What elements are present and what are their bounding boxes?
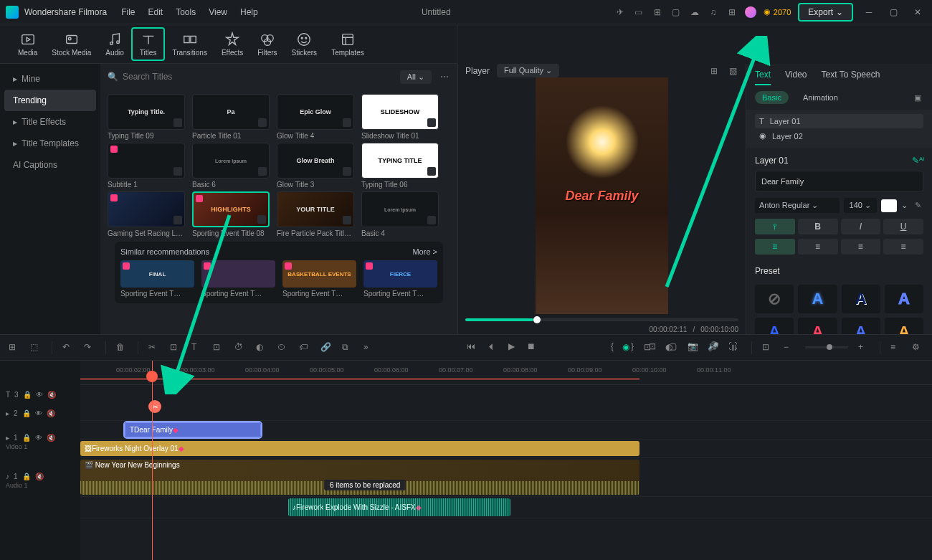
similar-item[interactable]: BASKETBALL EVENTSSporting Event T… — [282, 260, 356, 298]
quality-dropdown[interactable]: Full Quality ⌄ — [497, 64, 559, 77]
track-header[interactable]: ▸2🔒👁🔇 — [0, 404, 80, 422]
apps-icon[interactable]: ⊞ — [726, 6, 738, 18]
preset-item[interactable]: A — [885, 318, 923, 334]
grid-item[interactable]: HIGHLIGHTSSporting Event Title 08 — [192, 191, 270, 237]
track-header[interactable]: ♪1🔒🔇Audio 1 — [0, 461, 80, 500]
coin-balance[interactable]: ◉ 2070 — [764, 7, 791, 16]
audio-clip[interactable]: ♪ Firework Explode With Sizzle - AISFX ◆ — [288, 498, 510, 516]
grid-item[interactable]: TYPING TITLETyping Title 06 — [361, 143, 439, 189]
menu-help[interactable]: Help — [240, 7, 258, 17]
chevron-down-icon[interactable]: ⌄ — [901, 201, 908, 210]
sidebar-item-mine[interactable]: ▸ Mine — [4, 68, 96, 90]
prev-frame-icon[interactable]: ⏮ — [465, 341, 477, 352]
overlay-clip[interactable]: 🖼 Fireworks Night Overlay 01 ◆ — [80, 441, 639, 456]
tab-transitions[interactable]: Transitions — [165, 29, 214, 60]
tab-stickers[interactable]: Stickers — [285, 29, 325, 60]
similar-item[interactable]: Sporting Event T… — [201, 260, 275, 298]
group-icon[interactable]: ⧉ — [342, 342, 353, 353]
redo-icon[interactable]: ↷ — [84, 342, 95, 353]
mixer-icon[interactable]: ⫼ — [730, 342, 741, 353]
grid-item[interactable]: Lorem ipsumBasic 4 — [361, 191, 439, 237]
tab-templates[interactable]: Templates — [324, 29, 371, 60]
more-icon[interactable]: ⋯ — [439, 71, 450, 82]
link-icon[interactable]: 🔗 — [320, 342, 332, 353]
font-color-picker[interactable] — [881, 199, 897, 212]
eyedropper-icon[interactable]: ✎ — [912, 200, 923, 212]
grid-item[interactable]: Typing Title.Typing Title 09 — [108, 94, 185, 140]
export-button[interactable]: Export ⌄ — [798, 3, 853, 22]
ai-icon[interactable]: ◉ — [622, 342, 634, 353]
save-preset-icon[interactable]: ▣ — [912, 92, 923, 103]
italic-button[interactable]: I — [841, 219, 881, 234]
cursor-icon[interactable]: ⬚ — [30, 342, 42, 353]
undo-icon[interactable]: ↶ — [62, 342, 74, 353]
track-row[interactable]: T Dear Family ◆ — [80, 421, 932, 440]
align-justify-button[interactable]: ≡ — [883, 239, 923, 255]
bold-button[interactable]: B — [798, 219, 838, 234]
underline-button[interactable]: U — [883, 219, 923, 234]
inspector-tab-tts[interactable]: Text To Speech — [822, 70, 880, 85]
track-row[interactable]: 🖼 Fireworks Night Overlay 01 ◆ — [80, 440, 932, 458]
playhead[interactable] — [152, 361, 153, 560]
layer-row[interactable]: ◉Layer 02 — [755, 128, 923, 143]
align-center-button[interactable]: ≡ — [798, 239, 838, 255]
split-icon[interactable]: ✂ — [148, 342, 160, 353]
delete-icon[interactable]: 🗑 — [116, 342, 128, 353]
minimize-button[interactable]: ─ — [860, 4, 878, 21]
inspector-tab-video[interactable]: Video — [785, 70, 807, 85]
close-button[interactable]: ✕ — [909, 4, 926, 21]
title-clip[interactable]: T Dear Family ◆ — [125, 422, 261, 437]
track-header[interactable]: T3🔒👁🔇 — [0, 385, 80, 404]
font-size-input[interactable]: 140 ⌄ — [844, 198, 877, 213]
color-icon[interactable]: ◐ — [256, 342, 267, 353]
maximize-button[interactable]: ▢ — [885, 4, 902, 21]
marker-icon[interactable]: ⊡ — [762, 342, 774, 353]
search-box[interactable]: 🔍 — [108, 72, 393, 82]
crop-icon[interactable]: ⊡ — [170, 342, 181, 353]
lock-icon[interactable]: 🔒 — [22, 434, 31, 442]
ai-edit-icon[interactable]: ✎ᴬᴵ — [912, 155, 923, 166]
track-row[interactable]: ♪ Firework Explode With Sizzle - AISFX ◆ — [80, 497, 932, 518]
zoom-in-icon[interactable]: + — [858, 342, 870, 353]
title-text-input[interactable]: Dear Family — [755, 171, 923, 192]
play-back-icon[interactable]: ⏴ — [485, 341, 497, 352]
grid-item[interactable]: Epic GlowGlow Title 4 — [277, 94, 354, 140]
send-icon[interactable]: ✈ — [614, 6, 626, 18]
mute-icon[interactable]: 🔇 — [47, 434, 55, 442]
tab-media[interactable]: Media — [11, 29, 44, 60]
play-icon[interactable]: ▶ — [505, 341, 517, 352]
screen-icon[interactable]: ⊞ — [652, 6, 663, 18]
image-icon[interactable]: ▧ — [727, 65, 738, 77]
grid-item[interactable]: Subtitle 1 — [108, 143, 185, 189]
tab-audio[interactable]: Audio — [98, 29, 131, 60]
mic-icon[interactable]: 🎤 — [708, 342, 720, 353]
voice-icon[interactable]: ☺ — [687, 342, 698, 353]
mask-icon[interactable]: ◐ — [665, 342, 677, 353]
playback-progress[interactable] — [465, 318, 738, 321]
more-link[interactable]: More > — [412, 247, 437, 256]
menu-tools[interactable]: Tools — [176, 7, 196, 17]
similar-item[interactable]: FIERCESporting Event T… — [363, 260, 437, 298]
eye-icon[interactable]: 👁 — [35, 409, 42, 417]
tab-effects[interactable]: Effects — [214, 29, 250, 60]
menu-file[interactable]: File — [121, 7, 135, 17]
grid-item[interactable]: Lorem ipsumBasic 6 — [192, 143, 270, 189]
headphone-icon[interactable]: ♫ — [708, 6, 719, 18]
preset-item[interactable]: A — [755, 318, 794, 334]
cloud-icon[interactable]: ☁ — [689, 6, 700, 18]
tab-filters[interactable]: Filters — [250, 29, 284, 60]
eye-icon[interactable]: 👁 — [36, 391, 43, 399]
timeline-ruler[interactable]: 00:00:02:00 00:00:03:00 00:00:04:00 00:0… — [80, 361, 932, 385]
more-tools-icon[interactable]: » — [363, 342, 375, 353]
mute-icon[interactable]: 🔇 — [35, 473, 44, 480]
stop-icon[interactable]: ⏹ — [526, 341, 537, 352]
settings-icon[interactable]: ⚙ — [912, 342, 923, 353]
preset-item[interactable]: A — [798, 318, 837, 334]
timeline-body[interactable]: 00:00:02:00 00:00:03:00 00:00:04:00 00:0… — [80, 361, 932, 560]
preset-item[interactable]: A — [885, 285, 923, 313]
video-clip[interactable]: 🎬 New Year New Beginnings 6 items to be … — [80, 460, 639, 495]
zoom-slider[interactable] — [805, 346, 848, 348]
speed-icon[interactable]: ⏱ — [234, 342, 246, 353]
track-row[interactable]: 🎬 New Year New Beginnings 6 items to be … — [80, 458, 932, 497]
sidebar-item-title-templates[interactable]: ▸ Title Templates — [4, 133, 96, 154]
